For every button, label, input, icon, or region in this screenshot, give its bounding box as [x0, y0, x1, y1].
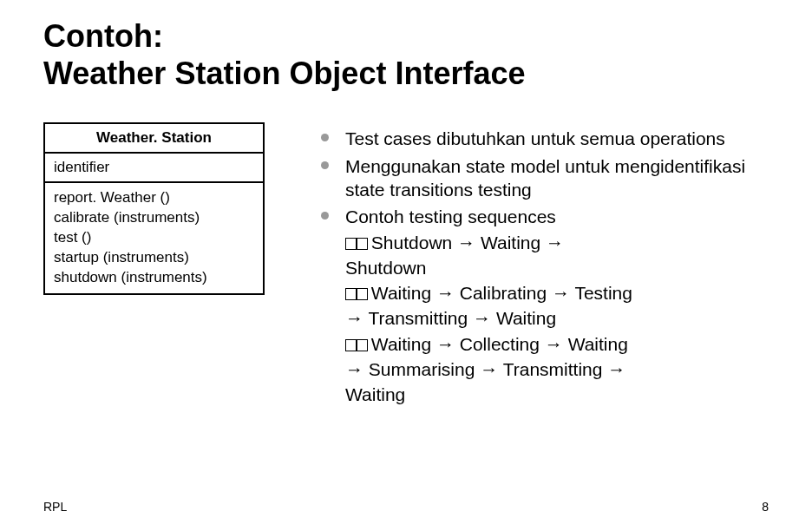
bullet-text: Test cases dibutuhkan untuk semua operat… [345, 128, 725, 148]
box-icon [356, 238, 368, 250]
uml-operations: report. Weather () calibrate (instrument… [45, 183, 263, 293]
box-icon [356, 288, 368, 300]
title-line-1: Contoh: [43, 18, 163, 54]
uml-op: startup (instruments) [54, 248, 254, 268]
left-column: Weather. Station identifier report. Weat… [43, 122, 269, 410]
uml-class-name: Weather. Station [45, 124, 263, 154]
right-column: Test cases dibutuhkan untuk semua operat… [321, 122, 769, 410]
bullet-list: Test cases dibutuhkan untuk semua operat… [321, 127, 769, 406]
sequence-text: Shutdown [345, 258, 426, 278]
bullet-dot-icon [321, 134, 329, 141]
page-number: 8 [762, 500, 769, 514]
sequence-line: → Transmitting → Waiting [345, 306, 769, 330]
sequence-line: Waiting → Calibrating → Testing [345, 281, 769, 305]
slide-title: Contoh: Weather Station Object Interface [43, 17, 769, 92]
sequence-line: Waiting [345, 383, 769, 406]
bullet-text: Contoh testing sequences [345, 206, 556, 226]
sequence-text: Waiting → Calibrating → Testing [371, 283, 632, 303]
sequence-text: Shutdown → Waiting → [371, 233, 564, 252]
uml-op: report. Weather () [54, 188, 254, 208]
slide-content: Weather. Station identifier report. Weat… [43, 122, 769, 410]
bullet-item: Menggunakan state model untuk mengidenti… [321, 154, 769, 202]
sequence-line: Shutdown [345, 256, 769, 279]
sequence-text: Waiting → Collecting → Waiting [371, 334, 628, 354]
uml-attribute: identifier [45, 154, 263, 183]
uml-op: calibrate (instruments) [54, 208, 254, 228]
bullet-item: Test cases dibutuhkan untuk semua operat… [321, 127, 769, 150]
sequence-text: → Summarising → Transmitting → [345, 359, 625, 379]
title-line-2: Weather Station Object Interface [43, 56, 525, 91]
sequence-line: Waiting → Collecting → Waiting [345, 332, 769, 356]
bullet-dot-icon [321, 161, 329, 169]
footer-label: RPL [43, 500, 67, 514]
sequence-line: → Summarising → Transmitting → [345, 357, 769, 381]
sequence-text: Waiting [345, 384, 405, 404]
uml-op: test () [54, 228, 254, 248]
uml-class-box: Weather. Station identifier report. Weat… [43, 122, 265, 295]
bullet-dot-icon [321, 212, 329, 220]
uml-op: shutdown (instruments) [54, 268, 254, 288]
bullet-text: Menggunakan state model untuk mengidenti… [345, 156, 745, 200]
sequence-text: → Transmitting → Waiting [345, 308, 556, 328]
box-icon [356, 339, 368, 351]
bullet-item: Contoh testing sequences Shutdown → Wait… [321, 205, 769, 406]
sequence-line: Shutdown → Waiting → [345, 231, 769, 254]
